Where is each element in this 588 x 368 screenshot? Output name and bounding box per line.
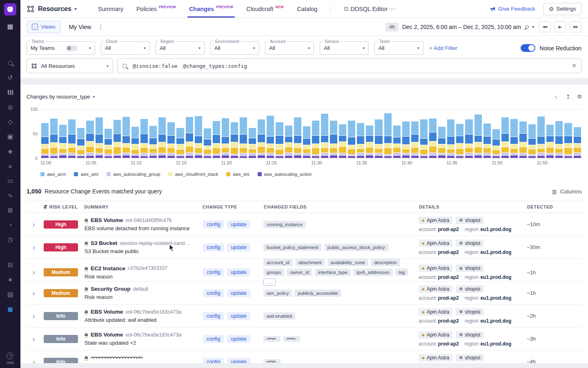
pin-icon[interactable] (525, 25, 529, 29)
change-type-tag[interactable]: update (227, 268, 250, 276)
chart-plot[interactable] (40, 109, 582, 158)
account-tag[interactable]: account:prod-ap2 (419, 341, 459, 347)
filter-account[interactable]: AccountAll▾ (265, 41, 314, 55)
changed-field-tag[interactable]: tag (395, 269, 408, 276)
packages-icon[interactable]: ⊞ (0, 203, 20, 218)
apm-icon[interactable]: ∿ (0, 188, 20, 203)
tab-policies[interactable]: PoliciesPREVIEW (136, 0, 176, 18)
legend-item[interactable]: aws_acm (40, 172, 66, 177)
row-expand-icon[interactable]: › (33, 335, 35, 343)
account-tag[interactable]: account:prod-ap2 (419, 318, 459, 324)
synthetics-icon[interactable]: ◇ (0, 114, 20, 129)
integrations-icon[interactable]: ⊟ (0, 258, 20, 272)
change-type-tag[interactable]: update (227, 335, 250, 343)
column-header-change-type[interactable]: CHANGE TYPE (200, 204, 261, 209)
add-filter-button[interactable]: + Add Filter (429, 45, 457, 51)
settings-button[interactable]: ⚙ Settings (543, 3, 581, 15)
filter-team[interactable]: TeamAll▾ (374, 41, 423, 55)
chart-settings-icon[interactable]: ⚙ (577, 93, 582, 100)
changed-field-tag[interactable]: waf.enabled (263, 312, 295, 320)
changed-field-tag[interactable]: owner_id (287, 269, 312, 276)
content-scroll-area[interactable]: Changes by resource_type ▾ ↔ ↥ ⚙ 050100 (20, 85, 588, 363)
legend-item[interactable]: aws_eni (226, 172, 249, 177)
changed-field-tag[interactable]: groups (263, 269, 284, 276)
change-type-tag[interactable]: update (227, 243, 250, 251)
views-button[interactable]: › Views (27, 21, 61, 33)
tab-ddsql-editor[interactable]: ⊡DDSQL Editor (344, 0, 388, 18)
query-token[interactable]: @isnoise:false (133, 63, 178, 69)
legend-item[interactable]: aws_autoscaling_action (258, 172, 312, 177)
sort-icon[interactable]: ⇵ (43, 204, 48, 210)
legend-item[interactable]: aws_cloudfront_stack (168, 172, 218, 177)
table-row[interactable]: › Info a EBS Volume vol-06c7bea5e183c473… (27, 305, 582, 328)
skip-forward-button[interactable]: ▶▶ (570, 21, 581, 32)
row-expand-icon[interactable]: › (33, 289, 35, 297)
row-expand-icon[interactable]: › (33, 358, 35, 364)
changed-field-tag[interactable]: ipv6_addresses (353, 269, 393, 276)
row-expand-icon[interactable]: › (33, 312, 35, 320)
service-pill[interactable]: ⊕shopist (456, 308, 483, 316)
changed-field-tag[interactable]: publicly_accessible (294, 289, 341, 297)
legend-item[interactable]: aws_autoscaling_group (107, 172, 160, 177)
changed-field-tag-redacted[interactable] (263, 359, 281, 364)
security-icon[interactable]: ◎ (0, 100, 20, 114)
tab-cloudcraft[interactable]: CloudcraftNEW (246, 0, 284, 18)
service-pill[interactable]: ⊕shopist (456, 265, 483, 272)
give-feedback-link[interactable]: Give Feedback (490, 6, 535, 12)
region-tag[interactable]: region:eu1.prod.dog (465, 274, 512, 280)
column-header-detected[interactable]: DETECTED (525, 204, 582, 209)
service-pill[interactable]: ⊕shopist (456, 331, 483, 339)
change-type-tag[interactable]: config (203, 358, 224, 364)
time-range-caret-icon[interactable]: ▾ (532, 25, 534, 29)
workspaces-icon[interactable]: ▤ (0, 287, 20, 302)
view-options-kebab-icon[interactable]: ⋮ (98, 23, 104, 31)
service-pill[interactable]: ⊕shopist (456, 354, 483, 361)
datadog-logo[interactable] (0, 0, 20, 19)
view-name[interactable]: My View (69, 24, 91, 30)
changed-field-tag[interactable]: iam_policy (263, 289, 292, 297)
change-type-tag[interactable]: config (203, 289, 224, 297)
search-icon[interactable] (0, 56, 20, 70)
change-type-tag[interactable]: config (203, 268, 224, 276)
legend-item[interactable]: aws_ami (74, 172, 98, 177)
changed-field-tag[interactable]: availability_zone (327, 259, 368, 266)
team-pill[interactable]: ◆Apm Astra (419, 354, 452, 361)
changed-field-tag[interactable]: attachment (295, 259, 325, 266)
changed-field-tag[interactable]: public_access_block_policy (324, 244, 388, 251)
filter-teams[interactable]: TeamsMy Teams▾ (27, 41, 95, 55)
column-header-risk-level[interactable]: ⇵RISK LEVEL (41, 204, 82, 210)
changed-fields-overflow-tag[interactable]: … (263, 278, 276, 286)
changed-field-tag-redacted[interactable] (283, 336, 300, 342)
play-button[interactable]: ▶ (554, 21, 566, 32)
bits-icon[interactable]: ▩ (0, 302, 20, 316)
expand-icon[interactable]: ↔ (552, 92, 561, 101)
changed-field-tag[interactable]: bucket_policy_statement (263, 244, 322, 251)
infrastructure-icon[interactable]: ▣ (0, 129, 20, 144)
help-button[interactable]: ? Help (7, 352, 14, 365)
account-tag[interactable]: account:prod-ap2 (419, 295, 459, 301)
column-header-summary[interactable]: SUMMARY (82, 204, 200, 209)
columns-button[interactable]: ▥ Columns (552, 188, 582, 195)
column-header-details[interactable]: DETAILS (416, 204, 525, 209)
export-icon[interactable]: ↥ (566, 93, 570, 100)
region-tag[interactable]: region:eu1.prod.dog (465, 249, 512, 255)
dashboards-icon[interactable]: ◔ (0, 218, 20, 232)
row-expand-icon[interactable]: › (33, 269, 35, 276)
my-teams-toggle[interactable] (66, 45, 77, 51)
time-preset-badge[interactable]: 4h (385, 22, 399, 31)
more-tabs-button[interactable]: ⋯ (389, 5, 395, 13)
team-pill[interactable]: ◆Apm Astra (419, 331, 452, 339)
product-switcher[interactable]: Resources ▾ (27, 5, 77, 13)
recent-icon[interactable]: ◷ (0, 232, 20, 247)
change-type-tag[interactable]: update (227, 312, 250, 320)
clear-search-icon[interactable]: × (572, 62, 576, 70)
change-type-tag[interactable]: config (203, 243, 224, 251)
changed-field-tag[interactable]: account_id (263, 259, 293, 266)
team-pill[interactable]: ◆Apm Astra (419, 265, 452, 272)
service-pill[interactable]: ⊕shopist (456, 285, 483, 293)
column-header-changed-fields[interactable]: CHANGED FIELDS (261, 204, 416, 209)
team-pill[interactable]: ◆Apm Astra (419, 217, 452, 224)
change-type-tag[interactable]: config (203, 220, 224, 229)
service-pill[interactable]: ⊕shopist (456, 217, 483, 224)
ci-icon[interactable]: ▭ (0, 173, 20, 188)
